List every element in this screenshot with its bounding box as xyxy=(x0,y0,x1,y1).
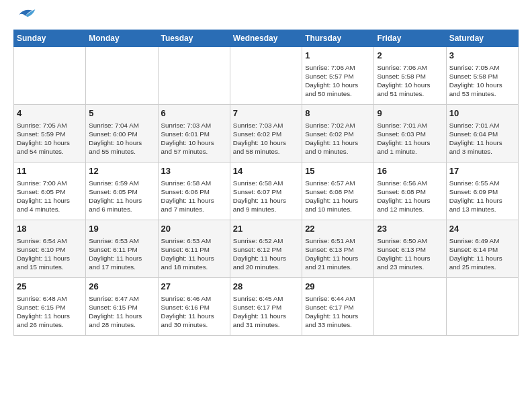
weekday-header: Monday xyxy=(86,30,158,47)
calendar-cell: 1Sunrise: 7:06 AM Sunset: 5:57 PM Daylig… xyxy=(302,47,374,105)
calendar-cell xyxy=(374,278,446,336)
day-info: Sunrise: 6:56 AM Sunset: 6:08 PM Dayligh… xyxy=(377,179,443,214)
day-number: 10 xyxy=(449,107,515,120)
day-info: Sunrise: 7:00 AM Sunset: 6:05 PM Dayligh… xyxy=(17,179,83,214)
calendar-cell: 3Sunrise: 7:05 AM Sunset: 5:58 PM Daylig… xyxy=(446,47,518,105)
day-info: Sunrise: 6:53 AM Sunset: 6:11 PM Dayligh… xyxy=(161,236,227,272)
day-info: Sunrise: 7:03 AM Sunset: 6:01 PM Dayligh… xyxy=(161,121,227,156)
day-info: Sunrise: 6:59 AM Sunset: 6:05 PM Dayligh… xyxy=(89,179,154,214)
day-info: Sunrise: 6:55 AM Sunset: 6:09 PM Dayligh… xyxy=(449,179,515,214)
day-number: 17 xyxy=(449,165,515,177)
calendar-cell xyxy=(446,278,518,336)
day-number: 23 xyxy=(377,223,443,235)
calendar-cell: 2Sunrise: 7:06 AM Sunset: 5:58 PM Daylig… xyxy=(374,47,446,105)
calendar-cell: 19Sunrise: 6:53 AM Sunset: 6:11 PM Dayli… xyxy=(86,220,158,278)
calendar-cell: 6Sunrise: 7:03 AM Sunset: 6:01 PM Daylig… xyxy=(158,105,230,163)
calendar-row: 25Sunrise: 6:48 AM Sunset: 6:15 PM Dayli… xyxy=(14,278,519,336)
day-info: Sunrise: 7:03 AM Sunset: 6:02 PM Dayligh… xyxy=(233,121,299,156)
day-number: 16 xyxy=(377,165,443,177)
weekday-header: Sunday xyxy=(14,30,86,47)
calendar-cell: 22Sunrise: 6:51 AM Sunset: 6:13 PM Dayli… xyxy=(302,220,374,278)
day-number: 3 xyxy=(449,50,515,62)
day-number: 26 xyxy=(89,281,154,293)
day-number: 27 xyxy=(161,281,227,293)
day-info: Sunrise: 7:06 AM Sunset: 5:57 PM Dayligh… xyxy=(305,63,371,99)
calendar-cell: 27Sunrise: 6:46 AM Sunset: 6:16 PM Dayli… xyxy=(158,278,230,336)
calendar-cell: 16Sunrise: 6:56 AM Sunset: 6:08 PM Dayli… xyxy=(374,163,446,220)
calendar-cell xyxy=(158,47,230,105)
day-number: 6 xyxy=(161,107,227,120)
logo-bird-icon xyxy=(15,5,36,24)
day-info: Sunrise: 6:46 AM Sunset: 6:16 PM Dayligh… xyxy=(161,294,227,330)
day-number: 4 xyxy=(17,107,83,120)
day-number: 1 xyxy=(305,50,371,62)
day-info: Sunrise: 6:50 AM Sunset: 6:13 PM Dayligh… xyxy=(377,236,443,272)
calendar-cell: 12Sunrise: 6:59 AM Sunset: 6:05 PM Dayli… xyxy=(86,163,158,220)
calendar-cell: 29Sunrise: 6:44 AM Sunset: 6:17 PM Dayli… xyxy=(302,278,374,336)
day-info: Sunrise: 7:01 AM Sunset: 6:04 PM Dayligh… xyxy=(449,121,515,156)
logo xyxy=(13,11,36,26)
calendar-cell: 21Sunrise: 6:52 AM Sunset: 6:12 PM Dayli… xyxy=(230,220,302,278)
day-number: 21 xyxy=(233,223,299,235)
calendar-cell: 24Sunrise: 6:49 AM Sunset: 6:14 PM Dayli… xyxy=(446,220,518,278)
day-info: Sunrise: 7:01 AM Sunset: 6:03 PM Dayligh… xyxy=(377,121,443,156)
day-number: 7 xyxy=(233,107,299,120)
day-info: Sunrise: 6:51 AM Sunset: 6:13 PM Dayligh… xyxy=(305,236,371,272)
weekday-header: Saturday xyxy=(446,30,518,47)
calendar-table: SundayMondayTuesdayWednesdayThursdayFrid… xyxy=(13,30,519,336)
day-info: Sunrise: 6:58 AM Sunset: 6:06 PM Dayligh… xyxy=(161,179,227,214)
day-info: Sunrise: 6:47 AM Sunset: 6:15 PM Dayligh… xyxy=(89,294,154,330)
calendar-cell: 28Sunrise: 6:45 AM Sunset: 6:17 PM Dayli… xyxy=(230,278,302,336)
calendar-cell: 11Sunrise: 7:00 AM Sunset: 6:05 PM Dayli… xyxy=(14,163,86,220)
day-number: 5 xyxy=(89,107,154,120)
day-info: Sunrise: 6:49 AM Sunset: 6:14 PM Dayligh… xyxy=(449,236,515,272)
calendar-cell: 5Sunrise: 7:04 AM Sunset: 6:00 PM Daylig… xyxy=(86,105,158,163)
day-number: 13 xyxy=(161,165,227,177)
day-number: 28 xyxy=(233,281,299,293)
calendar-cell: 9Sunrise: 7:01 AM Sunset: 6:03 PM Daylig… xyxy=(374,105,446,163)
weekday-header: Wednesday xyxy=(230,30,302,47)
calendar-row: 18Sunrise: 6:54 AM Sunset: 6:10 PM Dayli… xyxy=(14,220,519,278)
day-info: Sunrise: 6:48 AM Sunset: 6:15 PM Dayligh… xyxy=(17,294,83,330)
day-info: Sunrise: 7:05 AM Sunset: 5:59 PM Dayligh… xyxy=(17,121,83,156)
day-number: 12 xyxy=(89,165,154,177)
calendar-cell xyxy=(86,47,158,105)
calendar-row: 1Sunrise: 7:06 AM Sunset: 5:57 PM Daylig… xyxy=(14,47,519,105)
calendar-cell: 20Sunrise: 6:53 AM Sunset: 6:11 PM Dayli… xyxy=(158,220,230,278)
day-number: 11 xyxy=(17,165,83,177)
calendar-row: 4Sunrise: 7:05 AM Sunset: 5:59 PM Daylig… xyxy=(14,105,519,163)
day-number: 15 xyxy=(305,165,371,177)
day-info: Sunrise: 7:02 AM Sunset: 6:02 PM Dayligh… xyxy=(305,121,371,156)
calendar-cell: 17Sunrise: 6:55 AM Sunset: 6:09 PM Dayli… xyxy=(446,163,518,220)
day-info: Sunrise: 6:57 AM Sunset: 6:08 PM Dayligh… xyxy=(305,179,371,214)
calendar-cell xyxy=(230,47,302,105)
calendar-cell: 15Sunrise: 6:57 AM Sunset: 6:08 PM Dayli… xyxy=(302,163,374,220)
weekday-header: Thursday xyxy=(302,30,374,47)
weekday-header: Tuesday xyxy=(158,30,230,47)
day-number: 22 xyxy=(305,223,371,235)
header-row: SundayMondayTuesdayWednesdayThursdayFrid… xyxy=(14,30,519,47)
day-number: 24 xyxy=(449,223,515,235)
day-number: 18 xyxy=(17,223,83,235)
calendar-cell: 4Sunrise: 7:05 AM Sunset: 5:59 PM Daylig… xyxy=(14,105,86,163)
day-number: 25 xyxy=(17,281,83,293)
day-info: Sunrise: 7:05 AM Sunset: 5:58 PM Dayligh… xyxy=(449,63,515,99)
day-number: 9 xyxy=(377,107,443,120)
calendar-cell: 26Sunrise: 6:47 AM Sunset: 6:15 PM Dayli… xyxy=(86,278,158,336)
page: SundayMondayTuesdayWednesdayThursdayFrid… xyxy=(0,0,532,342)
day-number: 19 xyxy=(89,223,154,235)
day-info: Sunrise: 6:58 AM Sunset: 6:07 PM Dayligh… xyxy=(233,179,299,214)
day-info: Sunrise: 7:06 AM Sunset: 5:58 PM Dayligh… xyxy=(377,63,443,99)
header xyxy=(13,11,519,26)
calendar-cell: 14Sunrise: 6:58 AM Sunset: 6:07 PM Dayli… xyxy=(230,163,302,220)
weekday-header: Friday xyxy=(374,30,446,47)
day-info: Sunrise: 6:45 AM Sunset: 6:17 PM Dayligh… xyxy=(233,294,299,330)
calendar-cell: 7Sunrise: 7:03 AM Sunset: 6:02 PM Daylig… xyxy=(230,105,302,163)
day-number: 8 xyxy=(305,107,371,120)
calendar-cell: 8Sunrise: 7:02 AM Sunset: 6:02 PM Daylig… xyxy=(302,105,374,163)
calendar-cell xyxy=(14,47,86,105)
day-number: 20 xyxy=(161,223,227,235)
calendar-cell: 25Sunrise: 6:48 AM Sunset: 6:15 PM Dayli… xyxy=(14,278,86,336)
calendar-cell: 13Sunrise: 6:58 AM Sunset: 6:06 PM Dayli… xyxy=(158,163,230,220)
day-number: 14 xyxy=(233,165,299,177)
